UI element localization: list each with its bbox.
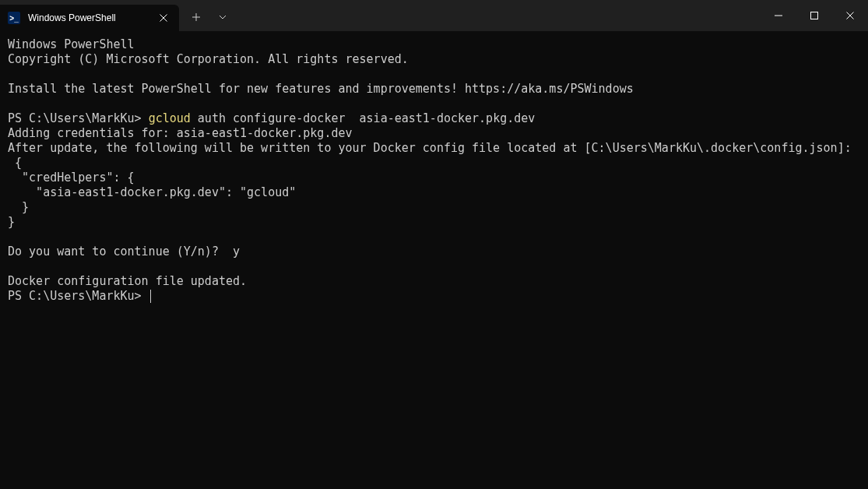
minimize-button[interactable]: [761, 0, 796, 31]
terminal-line: }: [8, 200, 29, 214]
terminal-cursor: [150, 290, 151, 303]
terminal-prompt: PS C:\Users\MarkKu>: [8, 289, 149, 303]
tab-title: Windows PowerShell: [28, 12, 149, 23]
chevron-down-icon: [219, 15, 227, 19]
new-tab-button[interactable]: [184, 5, 209, 30]
terminal-line: "asia-east1-docker.pkg.dev": "gcloud": [8, 185, 296, 199]
terminal-line: After update, the following will be writ…: [8, 141, 852, 155]
terminal-content[interactable]: Windows PowerShell Copyright (C) Microso…: [0, 31, 868, 310]
terminal-prompt: PS C:\Users\MarkKu>: [8, 111, 149, 125]
terminal-line: Do you want to continue (Y/n)? y: [8, 244, 240, 259]
powershell-icon: >_: [8, 12, 20, 24]
maximize-icon: [810, 12, 818, 19]
titlebar[interactable]: >_ Windows PowerShell: [0, 0, 868, 31]
minimize-icon: [775, 12, 782, 19]
plus-icon: [192, 13, 200, 21]
terminal-line: Copyright (C) Microsoft Corporation. All…: [8, 52, 409, 66]
close-icon: [846, 12, 854, 19]
terminal-line: }: [8, 215, 15, 229]
titlebar-drag-area[interactable]: [235, 0, 761, 31]
tab-actions: [179, 0, 235, 31]
terminal-line: {: [8, 156, 22, 170]
terminal-line: Adding credentials for: asia-east1-docke…: [8, 126, 353, 140]
tab-powershell[interactable]: >_ Windows PowerShell: [0, 5, 179, 31]
svg-rect-0: [811, 12, 818, 19]
window-controls: [761, 0, 868, 31]
window-close-button[interactable]: [832, 0, 868, 31]
tab-dropdown-button[interactable]: [210, 5, 235, 30]
powershell-icon-glyph: >_: [9, 14, 18, 23]
terminal-line: Windows PowerShell: [8, 37, 135, 51]
terminal-line: Install the latest PowerShell for new fe…: [8, 82, 634, 96]
terminal-line: Docker configuration file updated.: [8, 274, 247, 288]
maximize-button[interactable]: [796, 0, 832, 31]
terminal-command-args: auth configure-docker asia-east1-docker.…: [191, 111, 536, 125]
close-icon: [160, 14, 167, 22]
terminal-command-highlight: gcloud: [149, 111, 191, 125]
terminal-line: "credHelpers": {: [8, 171, 135, 185]
tab-close-button[interactable]: [157, 12, 170, 24]
